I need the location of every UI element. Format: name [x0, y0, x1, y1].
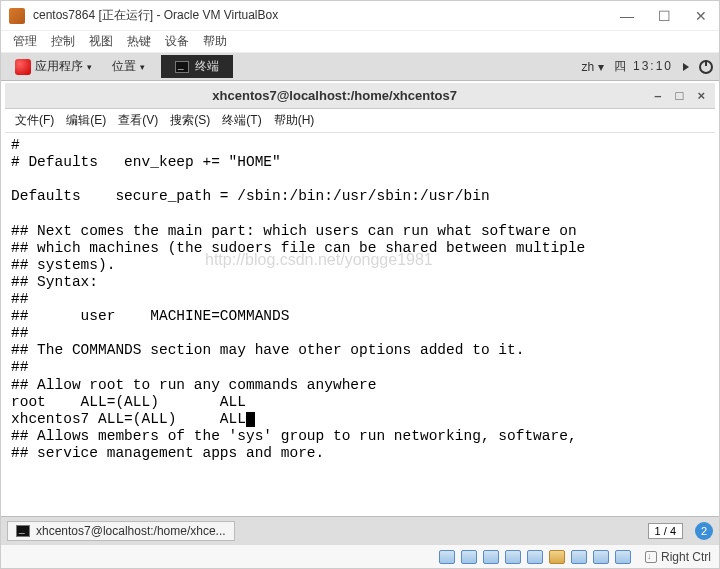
host-key-indicator[interactable]: Right Ctrl	[645, 550, 711, 564]
usb-icon[interactable]	[527, 550, 543, 564]
vb-menu-control[interactable]: 控制	[51, 33, 75, 50]
terminal-icon	[16, 525, 30, 537]
display-icon[interactable]	[571, 550, 587, 564]
input-method[interactable]: zh ▾	[582, 60, 604, 74]
audio-icon[interactable]	[483, 550, 499, 564]
virtualbox-menubar: 管理 控制 视图 热键 设备 帮助	[1, 31, 719, 53]
hdd-icon[interactable]	[439, 550, 455, 564]
window-title: centos7864 [正在运行] - Oracle VM VirtualBox	[33, 7, 616, 24]
terminal-title: xhcentos7@localhost:/home/xhcentos7	[15, 88, 654, 103]
shared-folder-icon[interactable]	[549, 550, 565, 564]
volume-icon[interactable]	[683, 63, 689, 71]
cpu-icon[interactable]	[615, 550, 631, 564]
terminal-icon	[175, 61, 189, 73]
places-menu[interactable]: 位置 ▾	[104, 55, 153, 78]
virtualbox-statusbar: Right Ctrl	[1, 544, 719, 568]
virtualbox-titlebar: centos7864 [正在运行] - Oracle VM VirtualBox…	[1, 1, 719, 31]
clock[interactable]: 四 13:10	[614, 58, 673, 75]
minimize-button[interactable]: —	[616, 8, 638, 24]
close-button[interactable]: ✕	[691, 8, 711, 24]
vb-menu-view[interactable]: 视图	[89, 33, 113, 50]
menu-edit[interactable]: 编辑(E)	[66, 112, 106, 129]
taskbar-terminal-item[interactable]: xhcentos7@localhost:/home/xhce...	[7, 521, 235, 541]
maximize-button[interactable]: ☐	[654, 8, 675, 24]
terminal-launcher[interactable]: 终端	[161, 55, 233, 78]
recording-icon[interactable]	[593, 550, 609, 564]
terminal-content[interactable]: http://blog.csdn.net/yongge1981# # Defau…	[5, 133, 715, 489]
gnome-bottom-panel: xhcentos7@localhost:/home/xhce... 1 / 4 …	[1, 516, 719, 544]
vb-menu-devices[interactable]: 设备	[165, 33, 189, 50]
apps-icon	[15, 59, 31, 75]
vb-menu-help[interactable]: 帮助	[203, 33, 227, 50]
terminal-close-button[interactable]: ×	[697, 88, 705, 103]
vb-menu-hotkeys[interactable]: 热键	[127, 33, 151, 50]
applications-menu[interactable]: 应用程序 ▾	[7, 55, 100, 78]
terminal-maximize-button[interactable]: □	[676, 88, 684, 103]
vb-menu-manage[interactable]: 管理	[13, 33, 37, 50]
virtualbox-icon	[9, 8, 25, 24]
terminal-minimize-button[interactable]: –	[654, 88, 661, 103]
menu-help[interactable]: 帮助(H)	[274, 112, 315, 129]
optical-icon[interactable]	[461, 550, 477, 564]
menu-file[interactable]: 文件(F)	[15, 112, 54, 129]
menu-search[interactable]: 搜索(S)	[170, 112, 210, 129]
terminal-menubar: 文件(F) 编辑(E) 查看(V) 搜索(S) 终端(T) 帮助(H)	[5, 109, 715, 133]
network-icon[interactable]	[505, 550, 521, 564]
notification-badge[interactable]: 2	[695, 522, 713, 540]
menu-terminal[interactable]: 终端(T)	[222, 112, 261, 129]
terminal-window: xhcentos7@localhost:/home/xhcentos7 – □ …	[5, 83, 715, 489]
gnome-top-panel: 应用程序 ▾ 位置 ▾ 终端 zh ▾ 四 13:10	[1, 53, 719, 81]
text-cursor	[246, 412, 255, 427]
menu-view[interactable]: 查看(V)	[118, 112, 158, 129]
hostkey-icon	[645, 551, 657, 563]
terminal-titlebar: xhcentos7@localhost:/home/xhcentos7 – □ …	[5, 83, 715, 109]
chevron-down-icon: ▾	[87, 62, 92, 72]
power-icon[interactable]	[699, 60, 713, 74]
chevron-down-icon: ▾	[140, 62, 145, 72]
workspace-switcher[interactable]: 1 / 4	[648, 523, 683, 539]
